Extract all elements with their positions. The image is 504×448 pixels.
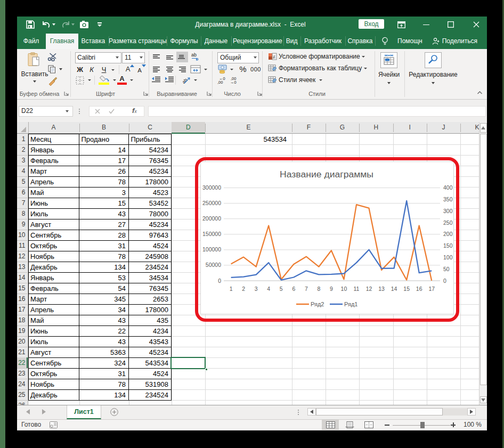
svg-text:ab: ab [191, 52, 197, 58]
svg-text:,00: ,00 [217, 80, 223, 84]
svg-text:→0: →0 [230, 80, 237, 84]
svg-text:≠: ≠ [273, 54, 275, 60]
